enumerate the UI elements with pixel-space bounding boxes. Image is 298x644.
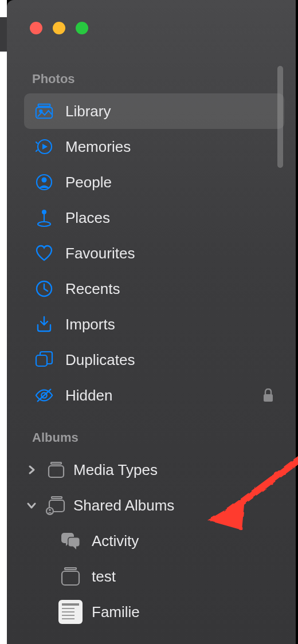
sidebar-item-media-types[interactable]: Media Types bbox=[24, 452, 284, 488]
sidebar-item-label: Favourites bbox=[65, 245, 274, 262]
sidebar-item-memories[interactable]: Memories bbox=[24, 129, 284, 164]
import-icon bbox=[34, 315, 54, 334]
svg-point-5 bbox=[42, 178, 47, 183]
svg-rect-15 bbox=[49, 466, 64, 477]
svg-rect-14 bbox=[51, 462, 61, 464]
shared-album-icon bbox=[46, 495, 66, 516]
library-icon bbox=[34, 101, 54, 121]
svg-point-19 bbox=[49, 509, 51, 511]
sidebar-item-label: test bbox=[92, 568, 116, 586]
sidebar-item-recents[interactable]: Recents bbox=[24, 271, 284, 307]
close-window-button[interactable] bbox=[30, 22, 42, 34]
album-thumbnail-icon bbox=[58, 600, 83, 624]
svg-rect-0 bbox=[38, 104, 50, 107]
sidebar-item-familie[interactable]: Familie bbox=[24, 594, 284, 630]
sidebar-item-imports[interactable]: Imports bbox=[24, 307, 284, 342]
sidebar-item-label: Familie bbox=[92, 603, 140, 621]
sidebar-item-test[interactable]: test bbox=[24, 559, 284, 594]
sidebar-item-label: Places bbox=[65, 209, 274, 227]
sidebar-item-activity[interactable]: Activity bbox=[24, 523, 284, 559]
sidebar-item-label: Imports bbox=[65, 316, 274, 333]
sidebar-item-label: People bbox=[65, 174, 274, 191]
svg-point-8 bbox=[38, 222, 50, 226]
sidebar-item-shared-albums[interactable]: Shared Albums bbox=[24, 488, 284, 523]
album-stack-icon bbox=[58, 564, 83, 588]
svg-rect-24 bbox=[62, 571, 79, 585]
hidden-icon bbox=[34, 386, 54, 405]
heart-icon bbox=[34, 244, 54, 263]
svg-rect-13 bbox=[264, 394, 273, 402]
minimize-window-button[interactable] bbox=[53, 22, 65, 34]
sidebar-item-label: Duplicates bbox=[65, 351, 274, 369]
sidebar-item-label: Memories bbox=[65, 138, 274, 156]
fullscreen-window-button[interactable] bbox=[76, 22, 88, 34]
svg-rect-23 bbox=[65, 568, 76, 570]
clock-icon bbox=[34, 279, 54, 299]
section-header-photos: Photos bbox=[24, 72, 284, 87]
svg-rect-16 bbox=[52, 497, 62, 498]
chevron-down-icon[interactable] bbox=[24, 501, 39, 509]
sidebar-item-label: Hidden bbox=[65, 387, 251, 405]
memories-icon bbox=[34, 137, 54, 156]
svg-rect-10 bbox=[36, 355, 47, 366]
activity-icon bbox=[58, 529, 83, 553]
sidebar-item-label: Shared Albums bbox=[73, 497, 174, 515]
chevron-right-icon[interactable] bbox=[24, 465, 39, 475]
sidebar-item-label: Media Types bbox=[73, 461, 158, 479]
svg-rect-22 bbox=[69, 538, 80, 547]
sidebar-item-duplicates[interactable]: Duplicates bbox=[24, 342, 284, 378]
window-controls bbox=[30, 22, 88, 34]
svg-point-6 bbox=[42, 210, 46, 214]
sidebar-item-library[interactable]: Library bbox=[24, 93, 284, 129]
app-window: Photos Library bbox=[7, 0, 296, 644]
svg-point-18 bbox=[46, 508, 53, 515]
places-icon bbox=[34, 208, 54, 227]
sidebar-item-places[interactable]: Places bbox=[24, 200, 284, 235]
people-icon bbox=[34, 172, 54, 192]
sidebar-item-hidden[interactable]: Hidden bbox=[24, 378, 284, 413]
lock-icon bbox=[262, 388, 274, 402]
sidebar: Photos Library bbox=[7, 17, 296, 630]
section-header-albums: Albums bbox=[24, 430, 284, 445]
duplicates-icon bbox=[34, 350, 54, 370]
sidebar-item-people[interactable]: People bbox=[24, 164, 284, 200]
sidebar-item-favourites[interactable]: Favourites bbox=[24, 235, 284, 271]
sidebar-item-label: Recents bbox=[65, 280, 274, 298]
sidebar-item-label: Activity bbox=[92, 532, 139, 550]
stack-icon bbox=[46, 460, 66, 480]
sidebar-item-label: Library bbox=[65, 103, 274, 120]
